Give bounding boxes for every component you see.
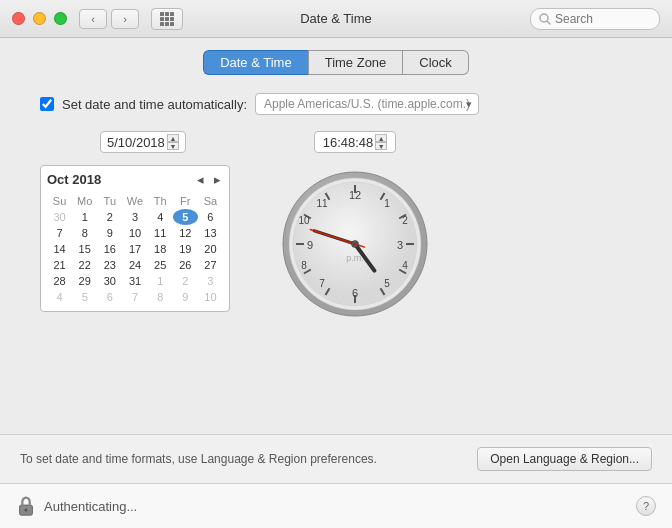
maximize-button[interactable] <box>54 12 67 25</box>
svg-text:2: 2 <box>402 215 408 226</box>
footer: To set date and time formats, use Langua… <box>0 434 672 528</box>
calendar-day-cell[interactable]: 18 <box>148 241 173 257</box>
help-button[interactable]: ? <box>636 496 656 516</box>
time-down-btn[interactable]: ▼ <box>375 142 387 150</box>
calendar-day-cell[interactable]: 10 <box>122 225 147 241</box>
time-server-dropdown[interactable]: Apple Americas/U.S. (time.apple.com.) <box>255 93 479 115</box>
back-button[interactable]: ‹ <box>79 9 107 29</box>
calendar-day-cell[interactable]: 4 <box>47 289 72 305</box>
tab-date-time[interactable]: Date & Time <box>203 50 308 75</box>
minimize-button[interactable] <box>33 12 46 25</box>
svg-text:1: 1 <box>384 198 390 209</box>
calendar-day-cell[interactable]: 30 <box>47 209 72 225</box>
calendar-day-cell[interactable]: 3 <box>198 273 223 289</box>
cal-header-tu: Tu <box>97 193 122 209</box>
calendar-day-cell[interactable]: 29 <box>72 273 97 289</box>
date-input[interactable]: 5/10/2018 ▲ ▼ <box>100 131 186 153</box>
svg-text:9: 9 <box>307 239 313 251</box>
calendar-day-cell[interactable]: 23 <box>97 257 122 273</box>
calendar-day-cell[interactable]: 2 <box>97 209 122 225</box>
date-up-btn[interactable]: ▲ <box>167 134 179 142</box>
calendar-day-cell[interactable]: 15 <box>72 241 97 257</box>
auto-time-row: Set date and time automatically: Apple A… <box>40 93 632 115</box>
titlebar: ‹ › Date & Time <box>0 0 672 38</box>
cal-header-fr: Fr <box>173 193 198 209</box>
calendar-nav: ◂ ▸ <box>195 172 223 187</box>
search-input[interactable] <box>555 12 651 26</box>
svg-point-0 <box>540 14 548 22</box>
date-value: 5/10/2018 <box>107 135 165 150</box>
calendar-header: Oct 2018 ◂ ▸ <box>47 172 223 187</box>
calendar-day-cell[interactable]: 1 <box>148 273 173 289</box>
forward-button[interactable]: › <box>111 9 139 29</box>
calendar-day-cell[interactable]: 13 <box>198 225 223 241</box>
calendar-day-cell[interactable]: 7 <box>47 225 72 241</box>
search-box[interactable] <box>530 8 660 30</box>
time-server-value: Apple Americas/U.S. (time.apple.com.) <box>264 97 470 111</box>
tab-time-zone[interactable]: Time Zone <box>308 50 404 75</box>
close-button[interactable] <box>12 12 25 25</box>
calendar: Oct 2018 ◂ ▸ Su Mo Tu We Th <box>40 165 230 312</box>
calendar-day-cell[interactable]: 9 <box>173 289 198 305</box>
grid-view-button[interactable] <box>151 8 183 30</box>
calendar-day-cell[interactable]: 3 <box>122 209 147 225</box>
date-down-btn[interactable]: ▼ <box>167 142 179 150</box>
calendar-day-cell[interactable]: 17 <box>122 241 147 257</box>
svg-line-1 <box>548 21 551 24</box>
time-up-btn[interactable]: ▲ <box>375 134 387 142</box>
calendar-day-cell[interactable]: 27 <box>198 257 223 273</box>
calendar-day-cell[interactable]: 12 <box>173 225 198 241</box>
date-stepper[interactable]: ▲ ▼ <box>167 134 179 150</box>
calendar-day-cell[interactable]: 5 <box>173 209 198 225</box>
calendar-day-cell[interactable]: 26 <box>173 257 198 273</box>
calendar-day-cell[interactable]: 5 <box>72 289 97 305</box>
calendar-day-cell[interactable]: 16 <box>97 241 122 257</box>
open-language-region-button[interactable]: Open Language & Region... <box>477 447 652 471</box>
calendar-prev-btn[interactable]: ◂ <box>195 172 206 187</box>
calendar-next-btn[interactable]: ▸ <box>212 172 223 187</box>
calendar-day-cell[interactable]: 8 <box>148 289 173 305</box>
calendar-day-cell[interactable]: 1 <box>72 209 97 225</box>
calendar-body: 3012345678910111213141516171819202122232… <box>47 209 223 305</box>
calendar-day-cell[interactable]: 24 <box>122 257 147 273</box>
cal-header-sa: Sa <box>198 193 223 209</box>
calendar-day-cell[interactable]: 9 <box>97 225 122 241</box>
calendar-day-cell[interactable]: 2 <box>173 273 198 289</box>
tabs-row: Date & Time Time Zone Clock <box>0 38 672 85</box>
clock-svg: 12 3 6 9 1 2 4 5 7 8 10 11 p.m. <box>280 169 430 319</box>
calendar-day-cell[interactable]: 6 <box>198 209 223 225</box>
calendar-day-cell[interactable]: 30 <box>97 273 122 289</box>
date-input-row: 5/10/2018 ▲ ▼ <box>40 131 240 153</box>
svg-text:3: 3 <box>397 239 403 251</box>
calendar-day-cell[interactable]: 22 <box>72 257 97 273</box>
clock-side: 16:48:48 ▲ ▼ <box>280 131 430 319</box>
calendar-day-cell[interactable]: 31 <box>122 273 147 289</box>
calendar-day-cell[interactable]: 7 <box>122 289 147 305</box>
calendar-day-cell[interactable]: 11 <box>148 225 173 241</box>
calendar-day-cell[interactable]: 20 <box>198 241 223 257</box>
calendar-day-cell[interactable]: 19 <box>173 241 198 257</box>
calendar-day-cell[interactable]: 28 <box>47 273 72 289</box>
auto-time-checkbox[interactable] <box>40 97 54 111</box>
svg-text:8: 8 <box>301 260 307 271</box>
calendar-day-cell[interactable]: 8 <box>72 225 97 241</box>
calendar-day-cell[interactable]: 4 <box>148 209 173 225</box>
svg-text:11: 11 <box>316 198 328 209</box>
tab-clock[interactable]: Clock <box>403 50 469 75</box>
cal-header-th: Th <box>148 193 173 209</box>
time-input-row: 16:48:48 ▲ ▼ <box>314 131 397 153</box>
time-stepper[interactable]: ▲ ▼ <box>375 134 387 150</box>
calendar-day-cell[interactable]: 6 <box>97 289 122 305</box>
calendar-day-cell[interactable]: 14 <box>47 241 72 257</box>
calendar-day-cell[interactable]: 25 <box>148 257 173 273</box>
calendar-day-cell[interactable]: 21 <box>47 257 72 273</box>
time-input[interactable]: 16:48:48 ▲ ▼ <box>314 131 397 153</box>
svg-text:6: 6 <box>352 287 358 299</box>
auto-time-label: Set date and time automatically: <box>62 97 247 112</box>
svg-point-35 <box>354 243 357 246</box>
cal-header-su: Su <box>47 193 72 209</box>
svg-rect-37 <box>25 509 28 512</box>
footer-hint: To set date and time formats, use Langua… <box>0 434 672 483</box>
svg-text:7: 7 <box>319 278 325 289</box>
calendar-day-cell[interactable]: 10 <box>198 289 223 305</box>
